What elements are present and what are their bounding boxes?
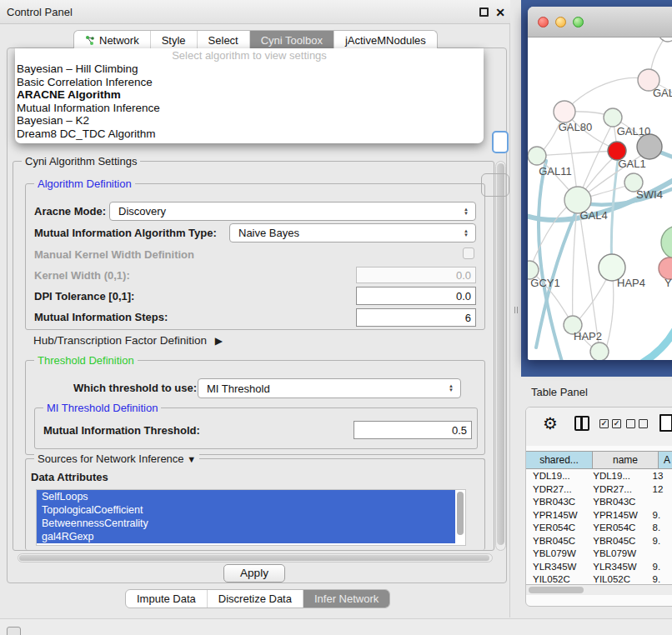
table-cell[interactable]: YBL079W xyxy=(586,548,645,561)
network-edge[interactable] xyxy=(611,161,618,268)
table-row[interactable]: YLR345WYLR345W9. xyxy=(526,561,672,574)
table-cell[interactable]: 9. xyxy=(646,535,672,548)
tab-infer-network[interactable]: Infer Network xyxy=(303,590,389,608)
manual-kernel-checkbox[interactable] xyxy=(463,248,474,259)
table-cell[interactable]: 9. xyxy=(646,561,672,574)
settings-hscrollbar[interactable] xyxy=(18,553,493,562)
mi-type-value: Naive Bayes xyxy=(238,227,299,239)
gear-icon[interactable]: ⚙ xyxy=(543,413,558,433)
data-attributes-list[interactable]: SelfLoopsTopologicalCoefficientBetweenne… xyxy=(36,489,466,546)
table-cell[interactable]: YBR043C xyxy=(526,496,586,509)
network-edge[interactable] xyxy=(537,151,614,156)
float-window-icon[interactable] xyxy=(479,8,489,17)
deselect-all-columns-icon[interactable] xyxy=(626,419,648,428)
control-panel-title: Control Panel xyxy=(7,0,73,24)
table-cell[interactable]: 9. xyxy=(646,509,672,522)
table-cell[interactable]: YDL19... xyxy=(526,470,586,483)
mini-grip-button[interactable] xyxy=(7,627,21,635)
tab-network[interactable]: Network xyxy=(74,31,150,49)
table-cell[interactable]: YER054C xyxy=(526,522,586,535)
tab-impute-data[interactable]: Impute Data xyxy=(126,590,207,608)
mi-threshold-field[interactable] xyxy=(354,421,472,439)
table-cell[interactable] xyxy=(646,496,672,509)
table-row[interactable]: YBL079WYBL079W xyxy=(526,548,672,561)
tab-style[interactable]: Style xyxy=(150,31,197,49)
columns-icon[interactable] xyxy=(574,416,589,431)
list-scrollbar[interactable] xyxy=(457,492,464,535)
table-cell[interactable]: YBL079W xyxy=(526,548,586,561)
table-cell[interactable]: YLR345W xyxy=(526,561,586,574)
algorithm-option[interactable]: Basic Correlation Inference xyxy=(15,76,484,89)
window-zoom-icon[interactable] xyxy=(573,17,584,28)
tab-jactivemnodules[interactable]: jActiveMNodules xyxy=(333,31,437,49)
table-cell[interactable] xyxy=(646,548,672,561)
algorithm-option[interactable]: Dream8 DC_TDC Algorithm xyxy=(15,128,484,141)
algorithm-option[interactable]: Bayesian – Hill Climbing xyxy=(15,62,484,76)
window-minimize-icon[interactable] xyxy=(555,17,566,28)
column-header-2[interactable]: name xyxy=(593,451,659,469)
algorithm-option[interactable]: ARACNE Algorithm xyxy=(15,88,484,102)
tab-discretize-data[interactable]: Discretize Data xyxy=(207,590,303,608)
hub-definition-toggle[interactable]: Hub/Transcription Factor Definition ▶ xyxy=(33,334,223,347)
table-cell[interactable]: YBR043C xyxy=(586,496,645,509)
network-node[interactable] xyxy=(590,342,609,360)
table-cell[interactable]: YPR145W xyxy=(526,509,586,522)
table-row[interactable]: YBR045CYBR045C9. xyxy=(526,535,672,548)
dpi-tolerance-field[interactable] xyxy=(356,287,476,305)
table-row[interactable]: YDR27...YDR27...12 xyxy=(526,483,672,497)
which-threshold-select[interactable]: MI Threshold ▲▼ xyxy=(198,378,461,398)
network-edge[interactable] xyxy=(643,291,672,360)
table-cell[interactable]: YPR145W xyxy=(586,509,645,522)
attribute-item[interactable]: gal4RGexp xyxy=(37,530,455,543)
table-hscrollbar[interactable] xyxy=(526,584,672,595)
network-node[interactable] xyxy=(637,134,662,159)
table-cell[interactable]: YER054C xyxy=(586,522,645,535)
table-cell[interactable]: YDL19... xyxy=(586,470,645,483)
export-table-icon[interactable] xyxy=(659,414,672,432)
tab-select[interactable]: Select xyxy=(197,31,249,49)
network-window-titlebar[interactable] xyxy=(528,7,672,38)
network-node[interactable] xyxy=(661,226,672,259)
algorithm-option[interactable]: Mutual Information Inference xyxy=(15,102,484,115)
network-node-gal11[interactable] xyxy=(528,147,546,165)
table-cell[interactable]: 13 xyxy=(646,470,672,483)
close-icon[interactable]: ✕ xyxy=(495,4,505,21)
aracne-mode-select[interactable]: Discovery ▲▼ xyxy=(109,202,476,221)
algorithm-option[interactable]: Bayesian – K2 xyxy=(15,114,484,128)
table-cell[interactable]: 12 xyxy=(646,483,672,497)
column-header-1[interactable]: shared... xyxy=(526,451,593,469)
column-header-3[interactable]: A xyxy=(659,451,672,469)
table-row[interactable]: YPR145WYPR145W9. xyxy=(526,509,672,522)
network-node-gal10[interactable] xyxy=(604,108,622,127)
network-node-gal80[interactable] xyxy=(554,101,575,122)
attribute-item[interactable]: SelfLoops xyxy=(37,490,455,503)
dpi-tolerance-label: DPI Tolerance [0,1]: xyxy=(34,290,134,302)
network-canvas[interactable]: GALGAL80GAL10GAL1GAL11SWI4GAL4GCY1HAP4YH… xyxy=(528,38,672,360)
tab-cyni-toolbox[interactable]: Cyni Toolbox xyxy=(249,31,333,49)
hub-definition-label: Hub/Transcription Factor Definition xyxy=(33,334,207,347)
attribute-item[interactable]: TopologicalCoefficient xyxy=(37,503,455,517)
apply-button[interactable]: Apply xyxy=(223,564,285,582)
network-edge[interactable] xyxy=(529,201,575,270)
table-cell[interactable]: 8. xyxy=(646,522,672,535)
network-edge[interactable] xyxy=(564,78,649,112)
table-row[interactable]: YER054CYER054C8. xyxy=(526,522,672,535)
table-row[interactable]: YBR043CYBR043C xyxy=(526,496,672,509)
mi-steps-field[interactable] xyxy=(356,308,476,327)
table-cell[interactable]: YBR045C xyxy=(526,535,586,548)
table-cell[interactable]: YBR045C xyxy=(586,535,645,548)
sources-title[interactable]: Sources for Network Inference ▼ xyxy=(34,452,199,465)
splitter-handle-icon[interactable] xyxy=(514,307,518,313)
window-close-icon[interactable] xyxy=(538,17,549,28)
table-row[interactable]: YDL19...YDL19...13 xyxy=(526,470,672,483)
attribute-item[interactable]: BetweennessCentrality xyxy=(37,517,455,530)
table-cell[interactable]: YDR27... xyxy=(586,483,645,497)
kernel-width-field[interactable] xyxy=(356,267,476,283)
table-cell[interactable]: YLR345W xyxy=(586,561,645,574)
select-all-columns-icon[interactable]: ✓✓ xyxy=(599,419,621,428)
mi-type-select[interactable]: Naive Bayes ▲▼ xyxy=(229,223,476,242)
control-panel: Control Panel ✕ NetworkStyleSelectCyni T… xyxy=(0,0,510,618)
network-node[interactable] xyxy=(659,38,672,42)
settings-vscrollbar[interactable] xyxy=(495,161,506,551)
table-cell[interactable]: YDR27... xyxy=(526,483,586,497)
